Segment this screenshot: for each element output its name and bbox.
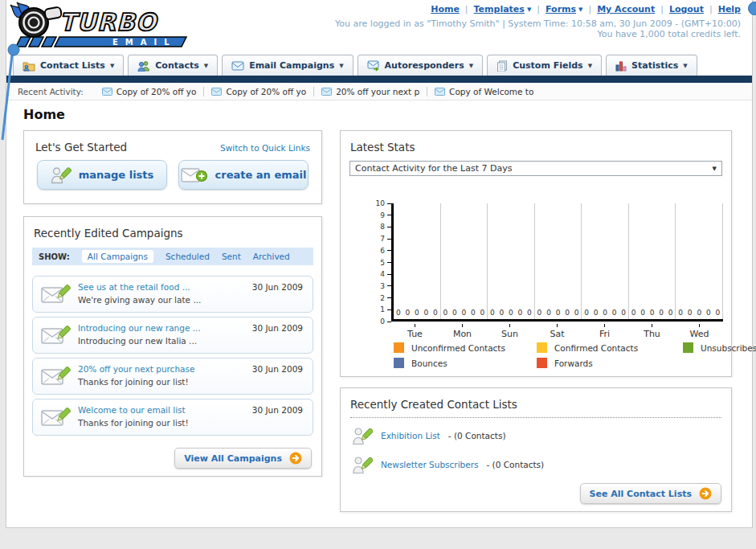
bar-value-label: 0 [509,309,513,317]
tab-label: Statistics [631,60,678,71]
create-email-button[interactable]: create an email [178,160,309,190]
top-link-templates[interactable]: Templates [474,4,525,14]
top-link-logout[interactable]: Logout [669,4,704,14]
bar-value-label: 0 [565,309,570,317]
contact-list-link[interactable]: Newsletter Subscribers [381,460,478,469]
switch-quick-links-link[interactable]: Switch to Quick Links [220,143,310,153]
person-pencil-icon [51,166,72,185]
legend-item: Forwards [537,358,683,368]
campaign-date: 30 Jun 2009 [252,405,303,415]
stats-period-select[interactable]: Contact Activity for the Last 7 Days ▼ [349,161,722,176]
recent-activity-bar: Recent Activity: Copy of 20% off yo Copy… [6,83,752,100]
show-label: SHOW: [39,252,70,261]
campaign-title-link[interactable]: Welcome to our email list [78,405,186,415]
y-tick-label: 7 [380,236,385,243]
legend-item: Unconfirmed Contacts [394,342,537,353]
campaign-subtitle: We're giving away our late ... [78,295,201,305]
bar-value-label: 0 [668,309,673,317]
tab-email-campaigns[interactable]: Email Campaigns▼ [222,55,353,76]
tab-statistics[interactable]: Statistics▼ [606,55,697,76]
legend-item: Bounces [394,358,537,368]
recent-activity-label: Recent Activity: [18,87,84,96]
chart-day-group: 00000 [535,203,582,319]
recent-activity-item[interactable]: Copy of Welcome to [427,87,541,96]
campaign-date: 30 Jun 2009 [252,282,303,292]
bar-value-label: 0 [396,309,401,317]
legend-swatch [537,342,547,353]
contact-activity-chart: 012345678910 000000000000000000000000000… [341,181,731,322]
activity-item-label: Copy of 20% off yo [116,87,197,96]
bar-value-label: 0 [480,309,485,317]
campaign-row[interactable]: Welcome to our email listThanks for join… [32,399,313,436]
campaign-title-link[interactable]: 20% off your next purchase [78,364,194,374]
see-all-contact-lists-button[interactable]: See All Contact Lists [580,483,721,504]
get-started-title: Let's Get Started [35,141,127,154]
tab-contacts[interactable]: Contacts▼ [128,55,218,76]
brand-title: TURBO [59,8,159,36]
filter-sent[interactable]: Sent [222,252,241,261]
y-tick-label: 10 [376,200,385,207]
bar-value-label: 0 [574,309,579,317]
bar-value-label: 0 [631,309,636,317]
contact-list-item: Newsletter Subscribers - (0 Contacts) [352,450,720,479]
tab-label: Contacts [155,60,198,71]
contact-list-count: - (0 Contacts) [486,460,544,469]
top-link-home[interactable]: Home [431,4,460,14]
brand-subtitle: EMAIL [112,38,177,47]
bar-value-label: 0 [621,309,626,317]
contact-list-link[interactable]: Exhibition List [381,431,440,440]
navy-divider-bar [6,76,752,83]
chart-x-axis: TueMonSunSatFriThuWed [391,324,723,339]
filter-scheduled[interactable]: Scheduled [166,252,210,261]
y-tick-label: 9 [380,211,385,219]
campaign-title-link[interactable]: Introducing our new range ... [78,323,201,333]
bar-value-label: 0 [415,309,419,317]
chart-day-group: 00000 [394,203,441,319]
turbo-email-logo: TURBO EMAIL [10,2,196,51]
y-tick-label: 1 [380,306,385,313]
top-link-help[interactable]: Help [718,4,741,14]
campaign-subtitle: Thanks for joining our list! [78,418,189,428]
activity-item-label: 20% off your next p [336,87,419,96]
y-tick-label: 3 [380,282,385,289]
chevron-down-icon: ▼ [713,166,717,172]
chart-day-group: 00000 [488,203,535,319]
envelope-pencil-icon [41,324,72,348]
tab-autoresponders[interactable]: Autoresponders▼ [358,55,484,76]
campaign-row[interactable]: Introducing our new range ...Introducing… [32,317,313,354]
tab-contact-lists[interactable]: Contact Lists▼ [13,55,124,76]
y-tick-label: 6 [380,247,385,254]
campaign-row[interactable]: See us at the retail food ...We're givin… [32,276,313,313]
top-link-my-account[interactable]: My Account [597,4,655,14]
legend-swatch [537,358,547,368]
campaign-subtitle: Thanks for joining our list! [78,377,189,387]
get-started-panel: Let's Get Started Switch to Quick Links … [23,130,322,204]
tab-custom-fields[interactable]: Custom Fields▼ [487,55,602,76]
bar-value-label: 0 [556,309,561,317]
x-tick-label: Tue [391,324,439,339]
bar-value-label: 0 [423,309,428,317]
bar-value-label: 0 [697,309,701,317]
filter-archived[interactable]: Archived [253,252,290,261]
contacts-icon [137,60,150,72]
campaign-title-link[interactable]: See us at the retail food ... [78,282,190,292]
recent-activity-item[interactable]: Copy of 20% off yo [203,87,313,96]
view-all-campaigns-button[interactable]: View All Campaigns [174,448,312,469]
chevron-down-icon: ▼ [339,63,343,69]
recent-activity-item[interactable]: Copy of 20% off yo [95,87,204,96]
bar-value-label: 0 [650,309,655,317]
activity-item-label: Copy of Welcome to [449,87,533,96]
see-all-contact-lists-label: See All Contact Lists [590,489,692,499]
recent-activity-item[interactable]: 20% off your next p [313,87,427,96]
filter-all-campaigns[interactable]: All Campaigns [82,250,153,263]
campaign-subtitle: Introducing our new Italia ... [78,336,197,346]
envelope-pencil-icon [41,406,72,430]
bar-value-label: 0 [715,309,720,317]
top-link-forms[interactable]: Forms [546,4,576,14]
chevron-down-icon: ▼ [204,63,208,69]
envelope-pencil-icon [41,283,72,307]
campaign-row[interactable]: 20% off your next purchaseThanks for joi… [32,358,313,395]
arrow-right-icon [289,452,302,465]
bar-value-label: 0 [603,309,607,317]
manage-lists-button[interactable]: manage lists [37,160,167,190]
